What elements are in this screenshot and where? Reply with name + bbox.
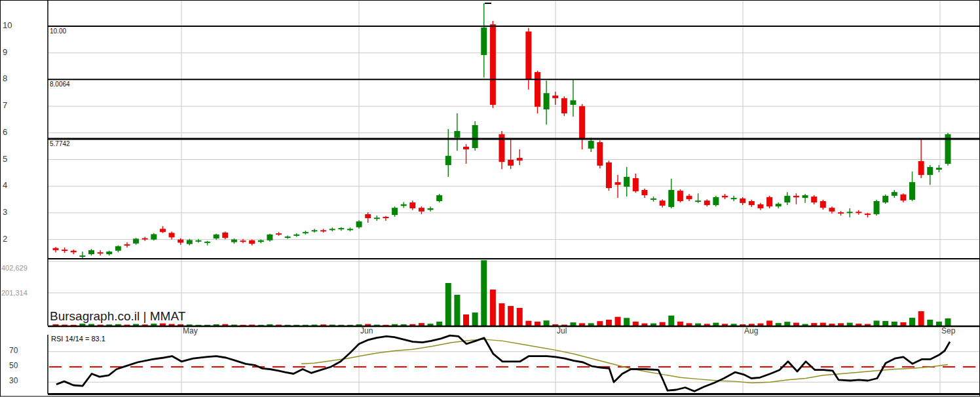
volume-bar	[53, 324, 59, 326]
volume-bar	[927, 320, 933, 326]
candle-body	[900, 195, 906, 200]
candle-body	[195, 240, 201, 242]
volume-bar	[133, 324, 139, 326]
volume-bar	[267, 324, 273, 326]
volume-bar	[945, 318, 951, 326]
volume-bar	[633, 322, 639, 326]
candle-body	[53, 248, 59, 250]
volume-bar	[918, 311, 924, 326]
candle-body	[151, 234, 157, 239]
candle-body	[624, 177, 630, 187]
candle-body	[330, 229, 335, 230]
volume-bar	[178, 324, 183, 326]
candle-body	[606, 162, 612, 188]
month-axis-label: Sep	[941, 327, 955, 335]
price-axis-tick: 6	[3, 128, 7, 137]
candle-body	[133, 238, 139, 243]
candle-body	[561, 98, 567, 113]
candle-body	[740, 198, 745, 203]
candle-body	[757, 204, 763, 208]
volume-bar	[508, 306, 514, 326]
volume-bar	[677, 322, 683, 326]
candle-body	[633, 178, 639, 191]
candle-body	[802, 195, 808, 198]
candle-body	[588, 141, 594, 149]
candle-body	[204, 242, 210, 243]
volume-bar	[419, 323, 424, 326]
price-level-label: 5.7742	[50, 140, 70, 147]
rsi-axis-tick: 50	[9, 362, 18, 370]
candle-body	[508, 160, 514, 166]
candle-body	[579, 106, 585, 139]
volume-bar	[606, 320, 612, 326]
volume-bar	[392, 324, 398, 326]
candle-body	[347, 229, 353, 230]
candle-body	[874, 201, 880, 214]
candle-body	[490, 24, 496, 105]
candle-body	[829, 208, 835, 212]
volume-bar	[356, 324, 362, 326]
candle-body	[258, 240, 264, 242]
price-axis-tick: 2	[3, 235, 7, 244]
volume-bar	[749, 324, 755, 326]
candle-body	[927, 167, 933, 175]
volume-bar	[481, 260, 487, 326]
volume-bar	[740, 324, 745, 326]
volume-bar	[811, 323, 817, 326]
volume-bar	[900, 322, 906, 326]
candle-body	[115, 246, 121, 251]
volume-bar	[428, 324, 434, 326]
month-axis-label: Jun	[360, 327, 373, 335]
candle-body	[419, 208, 424, 212]
volume-bar	[615, 317, 621, 326]
volume-bar	[641, 324, 647, 326]
volume-bar	[820, 323, 826, 326]
candle-body	[749, 201, 755, 205]
candle-body	[882, 196, 888, 202]
volume-bar	[793, 323, 799, 326]
candle-body	[311, 230, 317, 231]
volume-bar	[365, 324, 371, 326]
price-axis-tick: 9	[3, 48, 7, 57]
volume-bar	[731, 324, 737, 326]
candle-body	[428, 208, 434, 210]
volume-bar	[588, 323, 594, 326]
volume-bar	[214, 324, 219, 326]
price-level-label: 10.00	[50, 28, 66, 35]
volume-bar	[142, 324, 148, 326]
volume-bar	[704, 324, 710, 326]
volume-bar	[401, 324, 407, 326]
volume-bar	[909, 318, 915, 326]
candle-body	[98, 252, 104, 254]
price-axis-tick: 7	[3, 101, 7, 110]
candle-body	[463, 147, 469, 149]
candle-body	[668, 190, 674, 207]
candle-body	[695, 200, 701, 202]
volume-bar	[695, 324, 701, 326]
candle-body	[677, 191, 683, 201]
candle-body	[687, 196, 692, 199]
candle-body	[838, 212, 844, 214]
volume-bar	[169, 324, 175, 326]
candle-body	[276, 233, 282, 235]
candle-body	[169, 233, 175, 237]
volume-bar	[838, 323, 844, 326]
volume-bar	[187, 324, 193, 326]
candle-body	[597, 142, 603, 166]
candle-body	[811, 197, 817, 202]
candle-body	[570, 100, 576, 105]
candle-body	[650, 198, 656, 200]
candle-body	[892, 192, 897, 196]
candle-body	[731, 198, 737, 199]
month-axis-label: Jul	[557, 327, 567, 335]
volume-bar	[499, 303, 505, 326]
volume-bar	[409, 324, 415, 326]
volume-bar	[650, 324, 656, 326]
candle-body	[320, 230, 326, 231]
candle-body	[401, 204, 407, 206]
rsi-signal-line	[301, 339, 948, 383]
candle-body	[918, 161, 924, 175]
candle-body	[445, 156, 451, 165]
candle-body	[178, 240, 183, 243]
candle-body	[535, 72, 540, 107]
